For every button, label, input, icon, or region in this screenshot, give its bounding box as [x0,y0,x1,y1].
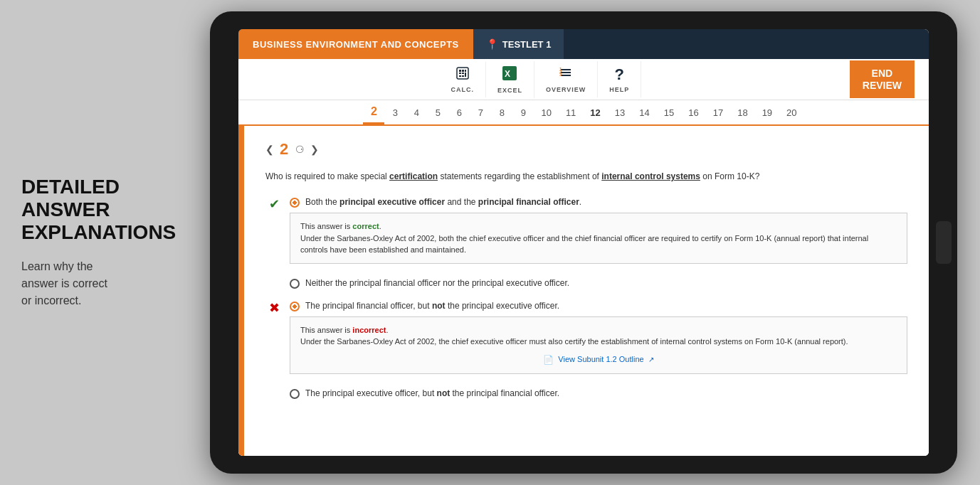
check-icon: ✔ [269,196,280,212]
svg-rect-6 [465,73,466,77]
q-num-6[interactable]: 6 [448,100,470,124]
incorrect-label-c: incorrect [352,326,386,334]
correct-label-a: correct [352,222,379,230]
flag-icon: ⚆ [295,144,305,155]
q-num-14[interactable]: 14 [632,100,656,124]
q-num-4[interactable]: 4 [406,100,427,124]
view-subunit-link[interactable]: 📄 View Subunit 1.2 Outline ↗ [300,353,897,366]
radio-d[interactable] [290,389,300,399]
answer-text-b: Neither the principal financial officer … [305,277,569,289]
q-num-7[interactable]: 7 [470,100,491,124]
svg-text:X: X [505,69,510,79]
tablet-screen: BUSINESS ENVIRONMENT AND CONCEPTS 📍 TEST… [238,29,929,456]
pin-icon: 📍 [486,38,498,50]
q-num-15[interactable]: 15 [657,100,681,124]
explanation-c: This answer is incorrect. Under the Sarb… [290,316,907,374]
calc-button[interactable]: CALC. [439,62,486,97]
q-num-13[interactable]: 13 [608,100,632,124]
svg-rect-1 [459,70,461,72]
overview-icon: 123 [558,65,574,84]
svg-rect-7 [459,75,461,77]
end-review-button[interactable]: ENDREVIEW [850,60,915,99]
radio-b[interactable] [290,279,300,289]
x-icon: ✖ [269,300,280,316]
tablet: BUSINESS ENVIRONMENT AND CONCEPTS 📍 TEST… [210,11,957,474]
q-num-5[interactable]: 5 [427,100,448,124]
answer-text-d: The principal executive officer, but not… [305,387,559,400]
external-link-icon: ↗ [648,354,654,365]
calc-label: CALC. [451,86,474,93]
svg-rect-2 [462,70,464,72]
toolbar: CALC. X EXCEL 123 OVERVIEW ? HELP ENDREV… [238,59,929,100]
next-arrow[interactable]: ❯ [310,144,319,155]
prev-arrow[interactable]: ❮ [265,144,274,155]
question-nav: 2 3 4 5 6 7 8 9 10 11 12 13 14 15 16 17 … [238,100,929,126]
top-bar: BUSINESS ENVIRONMENT AND CONCEPTS 📍 TEST… [238,29,929,59]
view-subunit-text: View Subunit 1.2 Outline [558,353,643,366]
q-num-10[interactable]: 10 [534,100,558,124]
question-indicator: ❮ 2 ⚆ ❯ [265,140,907,159]
answer-option-b: Neither the principal financial officer … [265,277,907,289]
q-num-3[interactable]: 3 [384,100,406,124]
answer-option-c: ✖ The principal financial officer, but n… [265,299,907,377]
question-number: 2 [280,140,288,159]
correct-marker-a: ✔ [265,196,283,212]
overview-button[interactable]: 123 OVERVIEW [534,61,598,97]
excel-label: EXCEL [497,87,522,94]
radio-a[interactable] [290,198,300,208]
subject-title: BUSINESS ENVIRONMENT AND CONCEPTS [238,29,473,59]
svg-rect-5 [462,73,464,74]
overview-label: OVERVIEW [546,86,586,93]
answer-text-a: Both the principal executive officer and… [305,196,581,208]
left-border [238,126,244,456]
radio-c[interactable] [290,302,300,311]
content-area: ❮ 2 ⚆ ❯ Who is required to make special … [238,126,929,456]
q-num-2[interactable]: 2 [363,100,384,124]
calc-icon [455,66,470,84]
q-num-17[interactable]: 17 [706,100,730,124]
q-num-19[interactable]: 19 [755,100,779,124]
svg-rect-4 [459,73,461,74]
q-num-8[interactable]: 8 [491,100,512,124]
testlet-tab[interactable]: 📍 TESTLET 1 [473,29,564,59]
q-num-20[interactable]: 20 [779,100,804,124]
left-panel: DETAILEDANSWEREXPLANATIONS Learn why the… [0,161,210,324]
q-num-18[interactable]: 18 [730,100,754,124]
answer-text-c: The principal financial officer, but not… [305,299,559,312]
question-content: ❮ 2 ⚆ ❯ Who is required to make special … [244,126,929,456]
document-icon: 📄 [543,353,554,366]
q-num-16[interactable]: 16 [681,100,705,124]
q-num-11[interactable]: 11 [559,100,583,124]
answer-option-d: The principal executive officer, but not… [265,387,907,400]
tablet-home-button[interactable] [936,221,952,264]
explanation-a: This answer is correct. Under the Sarban… [290,213,907,264]
incorrect-marker-c: ✖ [265,300,283,316]
answer-c-content: The principal financial officer, but not… [290,299,907,377]
excel-button[interactable]: X EXCEL [486,61,534,98]
left-panel-title: DETAILEDANSWEREXPLANATIONS [21,176,189,245]
testlet-label: TESTLET 1 [502,39,552,50]
svg-rect-8 [462,75,464,77]
question-text: Who is required to make special certific… [265,170,907,183]
left-panel-subtitle: Learn why theanswer is corrector incorre… [21,258,189,309]
help-icon: ? [615,65,624,84]
svg-rect-3 [465,70,466,72]
help-button[interactable]: ? HELP [598,61,641,97]
excel-icon: X [502,65,517,85]
q-num-9[interactable]: 9 [512,100,534,124]
answer-a-content: Both the principal executive officer and… [290,196,907,267]
answer-option-a: ✔ Both the principal executive officer a… [265,196,907,267]
help-label: HELP [609,86,629,93]
q-num-12[interactable]: 12 [583,100,607,124]
